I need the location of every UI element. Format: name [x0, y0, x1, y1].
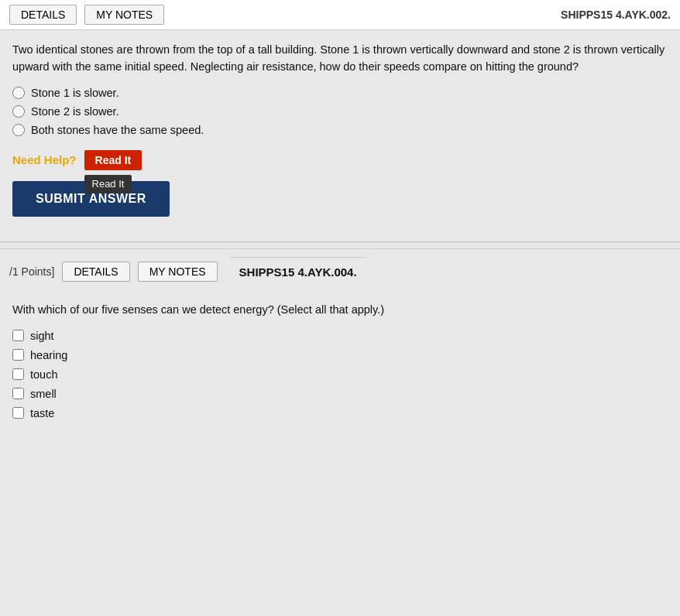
question2-header: /1 Points] DETAILS MY NOTES SHIPPS15 4.A…	[0, 248, 680, 294]
checkbox-smell-row: smell	[12, 388, 668, 400]
option3-radio[interactable]	[12, 124, 25, 136]
question1-block: Two identical stones are thrown from the…	[0, 30, 680, 235]
shipps-id: SHIPPS15 4.AYK.002.	[561, 9, 671, 21]
need-help-row: Need Help? Read It Read It	[12, 150, 668, 170]
label-smell[interactable]: smell	[30, 388, 57, 400]
read-it-container: Read It Read It	[84, 150, 143, 170]
option1-row: Stone 1 is slower.	[12, 87, 668, 99]
my-notes2-button[interactable]: MY NOTES	[138, 262, 218, 282]
question1-text: Two identical stones are thrown from the…	[12, 41, 668, 76]
checkbox-hearing[interactable]	[12, 349, 24, 361]
read-it-button[interactable]: Read It	[84, 150, 143, 170]
option1-radio[interactable]	[12, 87, 25, 99]
checkbox-hearing-row: hearing	[12, 349, 668, 361]
section-divider	[0, 241, 680, 242]
checkbox-taste-row: taste	[12, 407, 668, 419]
need-help-label: Need Help?	[12, 153, 77, 166]
label-sight[interactable]: sight	[30, 330, 54, 342]
shipps-id2: SHIPPS15 4.AYK.004.	[230, 257, 366, 286]
checkbox-taste[interactable]	[12, 407, 24, 419]
label-hearing[interactable]: hearing	[30, 349, 67, 361]
my-notes-button[interactable]: MY NOTES	[84, 5, 164, 25]
option2-label[interactable]: Stone 2 is slower.	[31, 105, 119, 118]
label-touch[interactable]: touch	[30, 368, 57, 381]
top-bar: DETAILS MY NOTES SHIPPS15 4.AYK.002.	[0, 0, 680, 30]
option3-row: Both stones have the same speed.	[12, 124, 668, 136]
option2-row: Stone 2 is slower.	[12, 105, 668, 118]
option2-radio[interactable]	[12, 105, 25, 118]
question2-text: With which of our five senses can we det…	[12, 302, 668, 319]
option3-label[interactable]: Both stones have the same speed.	[31, 124, 204, 136]
checkbox-sight[interactable]	[12, 330, 24, 341]
checkbox-touch-row: touch	[12, 368, 668, 381]
label-taste[interactable]: taste	[30, 407, 54, 419]
points-label: /1 Points]	[9, 265, 54, 278]
checkbox-touch[interactable]	[12, 368, 24, 380]
details2-button[interactable]: DETAILS	[62, 262, 129, 282]
read-it-tooltip: Read It	[84, 175, 132, 193]
checkbox-sight-row: sight	[12, 330, 668, 342]
option1-label[interactable]: Stone 1 is slower.	[31, 87, 119, 99]
details-button[interactable]: DETAILS	[9, 5, 77, 25]
checkbox-smell[interactable]	[12, 388, 24, 399]
question2-block: With which of our five senses can we det…	[0, 294, 680, 442]
